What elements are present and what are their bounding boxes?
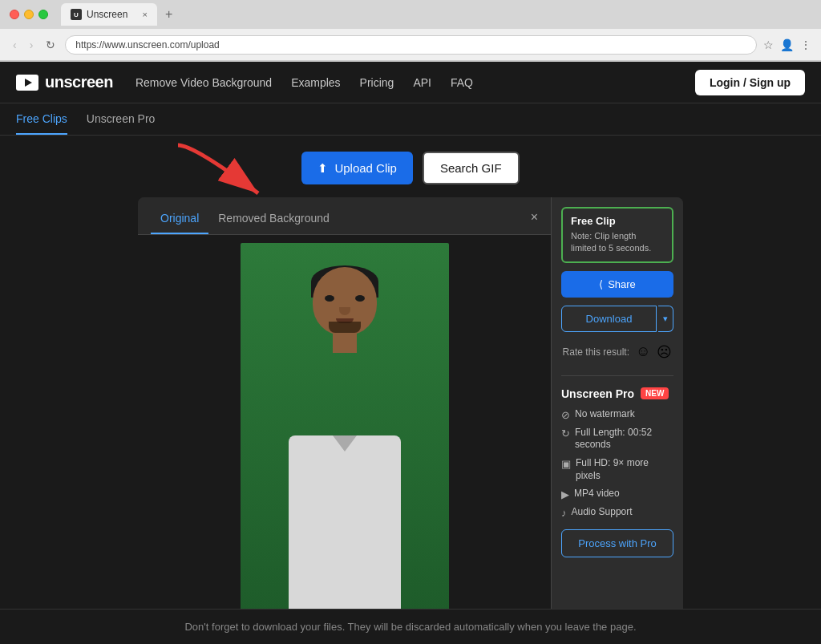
upload-clip-label: Upload Clip — [334, 161, 397, 175]
clip-wrapper: Original Removed Background × — [138, 197, 683, 620]
share-button[interactable]: ⟨ Share — [561, 271, 673, 298]
nav-remove-bg[interactable]: Remove Video Background — [135, 76, 272, 89]
share-label: Share — [608, 278, 636, 290]
clip-main: Original Removed Background × — [138, 197, 551, 620]
sub-navbar: Free Clips Unscreen Pro — [0, 103, 821, 136]
nav-faq[interactable]: FAQ — [451, 76, 473, 89]
nav-api[interactable]: API — [413, 76, 431, 89]
rate-row: Rate this result: ☺ ☹ — [561, 340, 673, 364]
person-photo — [241, 243, 449, 612]
pro-feature-no-watermark: ⊘ No watermark — [561, 408, 673, 421]
navbar-left: unscreen Remove Video Background Example… — [16, 73, 473, 91]
download-button[interactable]: Download — [561, 306, 657, 332]
traffic-light-maximize[interactable] — [38, 10, 48, 19]
tab-bar: U Unscreen × + — [61, 3, 811, 26]
right-panel: Free Clip Note: Clip length limited to 5… — [551, 197, 683, 620]
nose — [339, 307, 350, 315]
process-pro-button[interactable]: Process with Pro — [561, 529, 673, 557]
mp4-text: MP4 video — [574, 488, 620, 500]
person-neck — [333, 333, 357, 353]
eye-left — [325, 295, 334, 302]
full-length-icon: ↻ — [561, 427, 570, 439]
url-text: https://www.unscreen.com/upload — [75, 39, 219, 51]
beard — [329, 322, 361, 333]
full-hd-text: Full HD: 9× more pixels — [576, 457, 673, 482]
upload-buttons: ⬆ Upload Clip Search GIF — [301, 152, 519, 184]
no-watermark-icon: ⊘ — [561, 409, 570, 421]
sub-nav-free-clips[interactable]: Free Clips — [16, 112, 67, 135]
logo-icon — [16, 75, 38, 91]
tab-favicon: U — [71, 9, 82, 20]
pro-title: Unscreen Pro — [561, 387, 634, 400]
free-clip-title: Free Clip — [571, 215, 664, 227]
footer-text: Don't forget to download your files. The… — [184, 621, 636, 633]
rate-label: Rate this result: — [563, 346, 629, 358]
app-navbar: unscreen Remove Video Background Example… — [0, 62, 821, 103]
logo-text: unscreen — [45, 73, 113, 91]
pro-header: Unscreen Pro NEW — [561, 387, 673, 400]
logo-play-icon — [25, 79, 32, 87]
address-bar[interactable]: https://www.unscreen.com/upload — [65, 35, 757, 55]
eye-right — [355, 295, 365, 302]
tab-title: Unscreen — [87, 9, 127, 20]
traffic-lights — [10, 10, 48, 19]
download-dropdown-button[interactable]: ▾ — [658, 306, 673, 332]
tab-removed-background[interactable]: Removed Background — [208, 207, 339, 234]
forward-button[interactable]: › — [26, 37, 37, 53]
download-button-row: Download ▾ — [561, 306, 673, 332]
divider — [561, 375, 673, 376]
login-button[interactable]: Login / Sign up — [695, 70, 805, 95]
shirt-collar — [333, 435, 357, 452]
browser-tab[interactable]: U Unscreen × — [61, 3, 157, 26]
main-content: ⬆ Upload Clip Search GIF Original Remove… — [0, 136, 821, 636]
bookmark-icon[interactable]: ☆ — [763, 38, 774, 51]
pro-feature-mp4: ▶ MP4 video — [561, 488, 673, 500]
full-length-text: Full Length: 00:52 seconds — [575, 427, 673, 452]
audio-icon: ♪ — [561, 507, 567, 519]
traffic-light-close[interactable] — [10, 10, 19, 19]
menu-icon[interactable]: ⋮ — [800, 38, 811, 51]
person-head — [313, 267, 377, 335]
clip-close-button[interactable]: × — [531, 210, 538, 231]
refresh-button[interactable]: ↻ — [42, 37, 59, 53]
full-hd-icon: ▣ — [561, 458, 571, 470]
footer: Don't forget to download your files. The… — [0, 609, 821, 644]
nav-icons: ☆ 👤 ⋮ — [763, 38, 811, 51]
traffic-light-minimize[interactable] — [24, 10, 34, 19]
free-clip-note: Note: Clip length limited to 5 seconds. — [571, 230, 664, 255]
back-button[interactable]: ‹ — [10, 37, 20, 53]
logo[interactable]: unscreen — [16, 73, 113, 91]
share-icon: ⟨ — [599, 278, 603, 290]
browser-titlebar: U Unscreen × + — [0, 0, 821, 29]
sub-nav-unscreen-pro[interactable]: Unscreen Pro — [87, 112, 156, 135]
pro-feature-full-length: ↻ Full Length: 00:52 seconds — [561, 427, 673, 452]
browser-nav: ‹ › ↻ https://www.unscreen.com/upload ☆ … — [0, 29, 821, 61]
tab-original[interactable]: Original — [151, 207, 208, 234]
clip-tabs: Original Removed Background × — [138, 197, 551, 235]
pro-feature-full-hd: ▣ Full HD: 9× more pixels — [561, 457, 673, 482]
profile-icon[interactable]: 👤 — [780, 38, 794, 51]
new-badge: NEW — [641, 387, 669, 399]
happy-icon[interactable]: ☺ — [636, 343, 650, 360]
pro-feature-audio: ♪ Audio Support — [561, 506, 673, 519]
nav-links: Remove Video Background Examples Pricing… — [135, 76, 473, 89]
mp4-icon: ▶ — [561, 488, 569, 500]
free-clip-box: Free Clip Note: Clip length limited to 5… — [561, 207, 673, 263]
clip-image-area — [138, 235, 551, 620]
no-watermark-text: No watermark — [575, 408, 635, 421]
browser-chrome: U Unscreen × + ‹ › ↻ https://www.unscree… — [0, 0, 821, 62]
search-gif-button[interactable]: Search GIF — [423, 152, 520, 184]
new-tab-button[interactable]: + — [160, 6, 177, 23]
sad-icon[interactable]: ☹ — [657, 343, 672, 361]
nav-pricing[interactable]: Pricing — [360, 76, 394, 89]
nav-examples[interactable]: Examples — [291, 76, 340, 89]
upload-clip-button[interactable]: ⬆ Upload Clip — [301, 152, 413, 184]
upload-icon: ⬆ — [317, 161, 328, 176]
pro-section: Unscreen Pro NEW ⊘ No watermark ↻ Full L… — [561, 387, 673, 557]
person-body — [289, 435, 401, 612]
clip-container: Original Removed Background × — [138, 197, 683, 620]
tab-close-btn[interactable]: × — [143, 10, 148, 19]
audio-text: Audio Support — [572, 506, 633, 519]
